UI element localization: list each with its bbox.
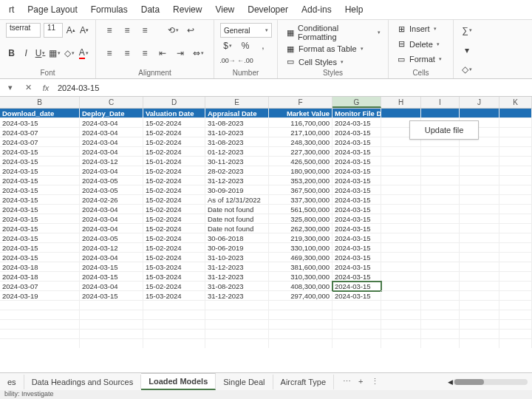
menu-insert[interactable]: rt <box>9 4 14 15</box>
cell[interactable] <box>499 243 532 253</box>
cell[interactable]: 561,500,000 <box>269 205 332 214</box>
align-left-icon[interactable]: ≡ <box>102 46 117 61</box>
font-color-icon[interactable]: A▾ <box>78 46 89 61</box>
cell[interactable] <box>460 272 499 282</box>
clear-icon[interactable]: ◇▾ <box>460 62 474 77</box>
border-icon[interactable]: ▦▾ <box>49 46 61 61</box>
col-header-E[interactable]: E <box>205 97 269 108</box>
cell[interactable] <box>381 166 421 176</box>
decrease-font-icon[interactable]: A▾ <box>79 23 89 38</box>
cell[interactable]: 31-08-2023 <box>205 282 269 291</box>
cell[interactable]: 2024-03-15 <box>0 205 80 214</box>
name-box-dropdown[interactable]: ▾ <box>4 82 16 94</box>
menu-addins[interactable]: Add-ins <box>301 4 332 15</box>
autosum-icon[interactable]: ∑▾ <box>460 23 474 38</box>
cell[interactable]: 2024-03-15 <box>0 253 80 262</box>
table-header-cell[interactable]: Download_date <box>0 109 80 118</box>
cell[interactable]: 2024-03-15 <box>80 291 143 301</box>
cell[interactable]: 2024-03-15 <box>332 147 381 157</box>
cell[interactable]: 219,300,000 <box>269 233 332 243</box>
cell[interactable]: 367,500,000 <box>269 185 332 195</box>
cell[interactable]: 2024-03-15 <box>0 147 80 157</box>
cell[interactable] <box>381 157 421 166</box>
cell[interactable]: 310,300,000 <box>269 272 332 282</box>
cell[interactable]: 2024-03-07 <box>0 128 80 137</box>
cell[interactable]: 227,300,000 <box>269 147 332 157</box>
cell[interactable] <box>499 166 532 176</box>
cell[interactable]: 381,600,000 <box>269 262 332 272</box>
currency-icon[interactable]: $▾ <box>220 38 235 53</box>
cell[interactable]: 31-08-2023 <box>205 137 269 147</box>
cell[interactable] <box>381 262 421 272</box>
table-header-cell[interactable]: Market Value <box>269 109 332 118</box>
cell[interactable] <box>460 195 499 205</box>
spreadsheet-grid[interactable]: BCDEFGHIJK Download_dateDeploy_DateValua… <box>0 97 532 348</box>
cell[interactable]: 15-02-2024 <box>143 243 205 253</box>
cell[interactable]: 2024-03-04 <box>80 205 143 214</box>
cell[interactable] <box>421 176 460 185</box>
cell[interactable]: 330,100,000 <box>269 243 332 253</box>
cell[interactable]: 2024-03-15 <box>332 195 381 205</box>
col-header-F[interactable]: F <box>269 97 332 108</box>
cell[interactable] <box>421 147 460 157</box>
increase-font-icon[interactable]: A▴ <box>66 23 76 38</box>
bold-icon[interactable]: B <box>6 46 17 61</box>
table-header-cell[interactable]: Deploy_Date <box>80 109 143 118</box>
cell[interactable] <box>460 147 499 157</box>
cell[interactable] <box>460 224 499 233</box>
cell[interactable]: 2024-03-15 <box>332 224 381 233</box>
cell[interactable]: 2024-03-12 <box>80 243 143 253</box>
cell[interactable]: 2024-03-15 <box>0 157 80 166</box>
cell[interactable] <box>499 176 532 185</box>
cell[interactable]: 31-10-2023 <box>205 128 269 137</box>
cell[interactable]: 2024-03-07 <box>0 282 80 291</box>
tab-menu-icon[interactable]: ⋯ <box>343 377 351 386</box>
cell[interactable]: 31-12-2023 <box>205 291 269 301</box>
cell[interactable]: 2024-03-15 <box>332 205 381 214</box>
cell[interactable] <box>381 224 421 233</box>
cell[interactable]: 2024-03-05 <box>80 185 143 195</box>
cell[interactable]: 2024-03-15 <box>0 233 80 243</box>
col-header-I[interactable]: I <box>421 97 460 108</box>
cell[interactable]: 2024-03-15 <box>332 157 381 166</box>
cell[interactable] <box>499 262 532 272</box>
formula-value[interactable]: 2024-03-15 <box>58 83 99 92</box>
menu-developer[interactable]: Developer <box>248 4 288 15</box>
sheet-tab[interactable]: Single Deal <box>216 375 273 389</box>
format-button[interactable]: ▭Format▾ <box>395 53 447 65</box>
cell[interactable]: 2024-03-15 <box>332 282 381 291</box>
col-header-G[interactable]: G <box>332 97 381 108</box>
conditional-formatting-button[interactable]: ▦Conditional Formatting▾ <box>284 23 382 42</box>
scroll-left-icon[interactable]: ◀ <box>448 378 453 386</box>
cell[interactable] <box>381 253 421 262</box>
cell[interactable] <box>499 214 532 224</box>
sheet-tab[interactable]: es <box>0 375 24 389</box>
cell[interactable]: 15-02-2024 <box>143 137 205 147</box>
cell[interactable]: 15-02-2024 <box>143 282 205 291</box>
cell[interactable]: 31-12-2023 <box>205 262 269 272</box>
cell[interactable] <box>460 176 499 185</box>
cell[interactable]: 2024-03-15 <box>332 185 381 195</box>
cell[interactable] <box>499 137 532 147</box>
cell[interactable]: 2024-03-15 <box>332 233 381 243</box>
cell[interactable] <box>381 291 421 301</box>
cell[interactable] <box>381 282 421 291</box>
cell[interactable]: 2024-03-07 <box>0 137 80 147</box>
cell[interactable]: 01-12-2023 <box>205 147 269 157</box>
cell[interactable]: 31-12-2023 <box>205 176 269 185</box>
cell[interactable]: 2024-03-04 <box>80 282 143 291</box>
cell[interactable] <box>499 185 532 195</box>
menu-help[interactable]: Help <box>345 4 364 15</box>
col-header-B[interactable]: B <box>0 97 80 108</box>
increase-indent-icon[interactable]: ⇥ <box>173 46 188 61</box>
decrease-indent-icon[interactable]: ⇤ <box>155 46 170 61</box>
cell[interactable]: 2024-03-04 <box>80 118 143 128</box>
cell[interactable]: 15-02-2024 <box>143 166 205 176</box>
cell[interactable] <box>421 243 460 253</box>
cell[interactable] <box>381 214 421 224</box>
cell[interactable] <box>421 195 460 205</box>
cell[interactable]: 2024-03-15 <box>332 262 381 272</box>
cell[interactable]: 30-09-2019 <box>205 185 269 195</box>
cell[interactable]: 15-02-2024 <box>143 147 205 157</box>
cell[interactable]: 15-02-2024 <box>143 253 205 262</box>
